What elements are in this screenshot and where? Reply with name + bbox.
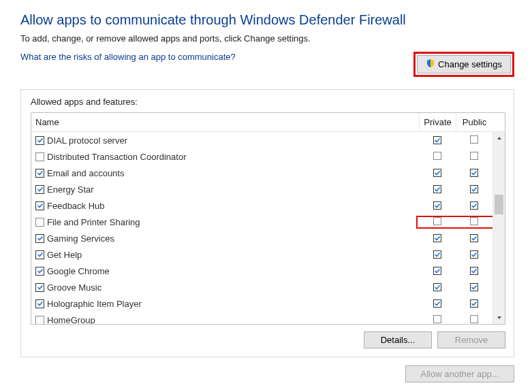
apps-rows: DIAL protocol serverDistributed Transact…	[31, 132, 492, 324]
table-row[interactable]: Email and accounts	[31, 165, 492, 181]
column-header-name[interactable]: Name	[31, 113, 419, 131]
app-name: Groove Music	[47, 282, 101, 293]
checkbox[interactable]	[433, 152, 441, 160]
scroll-track[interactable]	[493, 144, 505, 312]
checkbox[interactable]	[35, 316, 44, 325]
table-row[interactable]: DIAL protocol server	[31, 132, 492, 148]
checkbox[interactable]	[433, 250, 441, 259]
table-row[interactable]: Get Help	[31, 246, 492, 263]
checkbox[interactable]	[433, 185, 441, 193]
checkbox[interactable]	[35, 218, 44, 227]
checkbox[interactable]	[470, 283, 478, 291]
risks-link[interactable]: What are the risks of allowing an app to…	[20, 52, 236, 62]
table-row[interactable]: HomeGroup	[31, 312, 492, 324]
checkbox[interactable]	[35, 299, 44, 308]
app-name: Get Help	[47, 250, 82, 260]
app-name: DIAL protocol server	[47, 135, 127, 146]
checkbox[interactable]	[433, 315, 441, 323]
page-subtitle: To add, change, or remove allowed apps a…	[20, 33, 514, 44]
checkbox[interactable]	[433, 136, 441, 144]
checkbox[interactable]	[470, 169, 478, 177]
checkbox[interactable]	[433, 234, 441, 242]
table-row[interactable]: Holographic Item Player	[31, 295, 492, 312]
checkbox[interactable]	[470, 267, 478, 275]
change-settings-highlight: Change settings	[413, 52, 514, 77]
checkbox[interactable]	[433, 299, 441, 308]
column-header-private[interactable]: Private	[419, 113, 456, 131]
change-settings-button[interactable]: Change settings	[417, 55, 511, 74]
checkbox[interactable]	[470, 315, 478, 323]
column-header-public[interactable]: Public	[456, 113, 492, 131]
checkbox[interactable]	[35, 169, 44, 178]
app-name: Email and accounts	[47, 168, 124, 178]
checkbox[interactable]	[35, 201, 44, 210]
checkbox[interactable]	[35, 283, 44, 292]
scroll-down-button[interactable]	[493, 312, 505, 324]
table-row[interactable]: Gaming Services	[31, 230, 492, 246]
app-name: Feedback Hub	[47, 201, 105, 211]
table-row[interactable]: Distributed Transaction Coordinator	[31, 148, 492, 165]
panel-label: Allowed apps and features:	[31, 97, 505, 107]
checkbox[interactable]	[35, 267, 44, 276]
app-name: Holographic Item Player	[47, 299, 142, 309]
checkbox[interactable]	[35, 250, 44, 259]
checkbox[interactable]	[433, 217, 441, 225]
remove-button[interactable]: Remove	[437, 331, 505, 348]
page-title: Allow apps to communicate through Window…	[20, 12, 514, 28]
checkbox[interactable]	[470, 217, 478, 225]
checkbox[interactable]	[470, 250, 478, 259]
app-name: Google Chrome	[47, 266, 110, 276]
checkbox[interactable]	[35, 152, 44, 161]
scroll-up-button[interactable]	[493, 132, 505, 144]
checkbox[interactable]	[35, 185, 44, 194]
table-row[interactable]: Feedback Hub	[31, 197, 492, 214]
checkbox[interactable]	[470, 185, 478, 193]
checkbox[interactable]	[35, 136, 44, 145]
checkbox[interactable]	[433, 283, 441, 291]
checkbox[interactable]	[433, 201, 441, 210]
apps-listbox: Name Private Public DIAL protocol server…	[31, 112, 505, 325]
table-row[interactable]: File and Printer Sharing	[31, 214, 492, 230]
scroll-thumb[interactable]	[495, 195, 503, 215]
change-settings-label: Change settings	[438, 59, 502, 69]
app-name: Gaming Services	[47, 233, 114, 244]
checkbox[interactable]	[470, 135, 478, 144]
scrollbar[interactable]	[492, 132, 505, 324]
checkbox[interactable]	[470, 234, 478, 242]
checkbox[interactable]	[470, 299, 478, 308]
allowed-apps-panel: Allowed apps and features: Name Private …	[20, 89, 514, 357]
column-header-row: Name Private Public	[31, 113, 505, 132]
app-name: Energy Star	[47, 184, 94, 195]
checkbox[interactable]	[35, 234, 44, 243]
details-button[interactable]: Details...	[364, 331, 432, 348]
checkbox[interactable]	[470, 201, 478, 210]
table-row[interactable]: Google Chrome	[31, 263, 492, 279]
table-row[interactable]: Groove Music	[31, 279, 492, 295]
app-name: Distributed Transaction Coordinator	[47, 152, 187, 162]
checkbox[interactable]	[470, 152, 478, 160]
table-row[interactable]: Energy Star	[31, 181, 492, 197]
checkbox[interactable]	[433, 267, 441, 275]
app-name: HomeGroup	[47, 315, 95, 325]
checkbox[interactable]	[433, 169, 441, 177]
shield-icon	[426, 59, 435, 70]
app-name: File and Printer Sharing	[47, 217, 140, 227]
allow-another-app-button[interactable]: Allow another app...	[405, 365, 514, 382]
